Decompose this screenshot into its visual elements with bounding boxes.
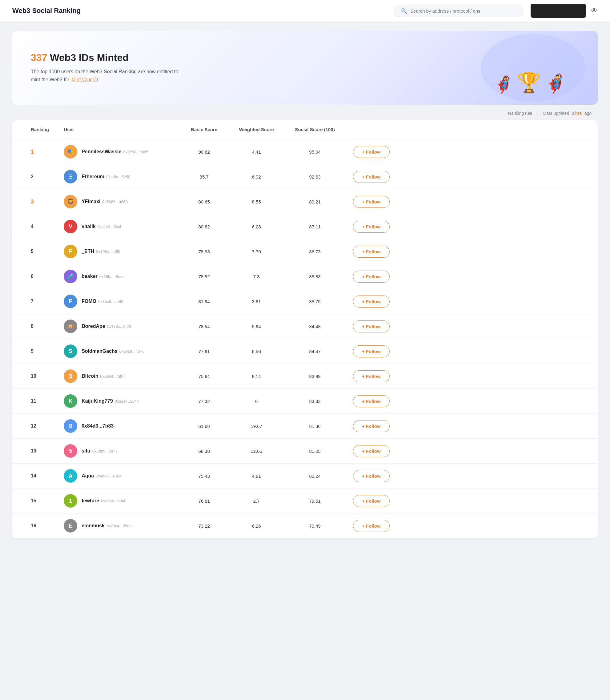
action-cell: + Follow [346,339,598,364]
table-row: 11KKaijuKing7790xa1ef...584477.32683.33+… [12,389,598,414]
table-row: 6🧪beaker0x69ba...8ece78.527.385.83+ Foll… [12,264,598,289]
user-address: 0x4b47...18e9 [96,474,121,478]
user-name[interactable]: Aqua0x4b47...18e9 [82,473,121,479]
follow-button[interactable]: + Follow [353,345,389,357]
social-score-cell: 84.48 [284,314,346,339]
follow-button[interactable]: + Follow [353,296,389,307]
rank-cell: 2 [12,164,56,189]
user-cell: 5sifu0x5dd5...5d77 [56,439,179,464]
social-score-cell: 83.33 [284,389,346,414]
user-cell: 🎭PennilessWassie0x9c50...dac5 [56,139,179,164]
social-score-cell: 79.51 [284,489,346,513]
weighted-score-cell: 8.55 [229,189,284,214]
user-name[interactable]: Bitcoin0x09d4...48f7 [82,373,124,379]
user-name[interactable]: PennilessWassie0x9c50...dac5 [82,149,148,155]
user-name[interactable]: beaker0x69ba...8ece [82,274,124,279]
search-bar[interactable]: 🔍 [394,5,523,17]
follow-button[interactable]: + Follow [353,445,389,457]
table-row: 1280x84d3...7b8361.6819.6781.36+ Follow [12,414,598,439]
user-name[interactable]: Ethereum0xbdfa...5c50 [82,174,130,179]
col-header-action [346,120,598,139]
banner-minted-title: 337 Web3 IDs Minted [31,52,184,63]
user-name[interactable]: BoredApe0x188c...2f28 [82,323,131,329]
follow-button[interactable]: + Follow [353,370,389,382]
user-address: 0x3ec6...cb63 [98,299,123,304]
user-name[interactable]: _ETH0x108a...e05f [82,249,121,254]
action-cell: + Follow [346,239,598,264]
wallet-button[interactable] [531,4,586,18]
avatar: E [64,519,77,532]
time-ago: 3 hrs [572,111,582,116]
user-address: 0x69ba...8ece [99,274,125,279]
follow-button[interactable]: + Follow [353,495,389,507]
follow-button[interactable]: + Follow [353,420,389,432]
rank-cell: 6 [12,264,56,289]
follow-button[interactable]: + Follow [353,271,389,283]
user-name[interactable]: FOMO0x3ec6...cb63 [82,299,123,304]
follow-button[interactable]: + Follow [353,196,389,208]
eye-icon[interactable]: 👁 [591,7,598,15]
user-name[interactable]: fewture0x1d5e...69f4 [82,498,125,504]
basic-score-cell: 77.91 [179,339,229,364]
search-input[interactable] [410,8,516,14]
ranking-rule-label[interactable]: Ranking rule [508,111,532,116]
avatar: V [64,220,77,233]
user-cell: FFOMO0x3ec6...cb63 [56,289,179,314]
follow-button[interactable]: + Follow [353,520,389,532]
banner-text: 337 Web3 IDs Minted The top 1000 users o… [31,52,184,83]
avatar: 🧪 [64,270,77,283]
action-cell: + Follow [346,414,598,439]
col-header-weighted: Weighted Score [229,120,284,139]
social-score-cell: 79.49 [284,513,346,538]
table-row: 1🎭PennilessWassie0x9c50...dac590.624.419… [12,139,598,164]
social-score-cell: 89.21 [284,189,346,214]
user-name[interactable]: KaijuKing7790xa1ef...5844 [82,398,139,404]
user-name[interactable]: elonmusk0x79c4...25e2 [82,523,131,528]
social-score-cell: 81.05 [284,439,346,464]
user-name[interactable]: SoldmanGachs0xa4c8...457d [82,348,144,354]
user-address: 0x09d4...48f7 [100,374,124,379]
follow-button[interactable]: + Follow [353,146,389,158]
follow-button[interactable]: + Follow [353,171,389,183]
separator: | [537,111,538,116]
user-name[interactable]: 0x84d3...7b83 [82,423,114,429]
weighted-score-cell: 4.41 [229,139,284,164]
basic-score-cell: 85.7 [179,164,229,189]
action-cell: + Follow [346,439,598,464]
rank-cell: 7 [12,289,56,314]
basic-score-cell: 76.81 [179,489,229,513]
search-icon: 🔍 [401,8,407,14]
social-score-cell: 80.24 [284,464,346,489]
site-title: Web3 Social Ranking [12,7,81,15]
rank-cell: 5 [12,239,56,264]
user-address: 0x9c50...dac5 [123,149,148,154]
basic-score-cell: 77.32 [179,389,229,414]
table-row: 9SSoldmanGachs0xa4c8...457d77.916.5684.4… [12,339,598,364]
follow-button[interactable]: + Follow [353,320,389,332]
follow-button[interactable]: + Follow [353,221,389,233]
user-cell: Vvitalik0xc1e4...6ccf [56,214,179,239]
basic-score-cell: 80.82 [179,214,229,239]
user-name[interactable]: YFImaxi0x5066...a068 [82,199,128,204]
figure-right-icon: 🦸‍♂️ [544,75,567,92]
follow-button[interactable]: + Follow [353,395,389,407]
col-header-ranking: Ranking [12,120,56,139]
social-score-cell: 81.36 [284,414,346,439]
banner: 337 Web3 IDs Minted The top 1000 users o… [12,31,598,105]
mint-link[interactable]: Mint your ID [71,77,98,82]
user-name[interactable]: vitalik0xc1e4...6ccf [82,224,121,229]
action-cell: + Follow [346,139,598,164]
figure-left-icon: 🦸‍♀️ [494,76,514,92]
social-score-cell: 84.47 [284,339,346,364]
banner-illustration: 🦸‍♀️ 🏆 🦸‍♂️ [481,43,579,92]
user-name[interactable]: sifu0x5dd5...5d77 [82,448,117,454]
user-cell: 1fewture0x1d5e...69f4 [56,489,179,513]
table-row: 16Eelonmusk0x79c4...25e273.226.2679.49+ … [12,513,598,538]
avatar: K [64,394,77,408]
follow-button[interactable]: + Follow [353,470,389,482]
avatar: 🐵 [64,319,77,333]
table-row: 14AAqua0x4b47...18e975.434.8180.24+ Foll… [12,464,598,489]
follow-button[interactable]: + Follow [353,245,389,258]
avatar: 🦁 [64,195,77,208]
user-cell: ΞEthereum0xbdfa...5c50 [56,164,179,189]
